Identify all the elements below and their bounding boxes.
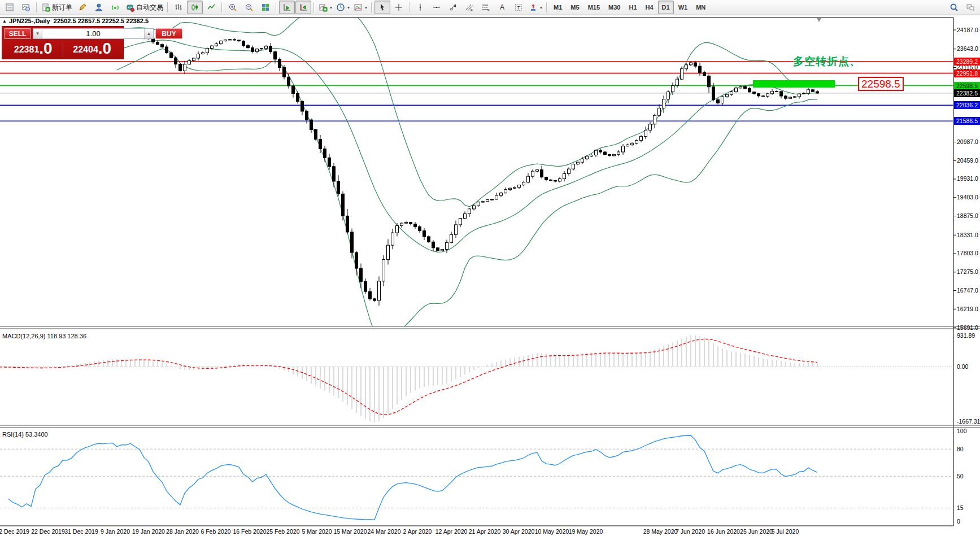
- chat-button[interactable]: [962, 1, 978, 14]
- date-label: 10 May 2020: [535, 528, 569, 535]
- templates-button[interactable]: ▾: [352, 1, 369, 14]
- metaeditor-button[interactable]: [75, 1, 90, 14]
- vertical-line-button[interactable]: [412, 1, 428, 14]
- date-label: 16 Feb 2020: [233, 528, 267, 535]
- timeframe-button-W1[interactable]: W1: [674, 1, 692, 14]
- equidistant-channel-button[interactable]: E: [461, 1, 477, 14]
- volume-increase-button[interactable]: ▲: [144, 29, 153, 38]
- timeframe-button-D1[interactable]: D1: [658, 1, 674, 14]
- timeframe-button-H1[interactable]: H1: [625, 1, 641, 14]
- date-label: 25 Jun 2020: [740, 528, 773, 535]
- price-axis-tick: 17803.0: [957, 250, 978, 256]
- price-axis-tick: 17275.0: [957, 268, 978, 275]
- chart-ohlc-header: ▲JPN225-,Daily 22502.5 22657.5 22252.5 2…: [2, 18, 149, 24]
- svg-text:A: A: [500, 3, 504, 11]
- bid-price-display: 22381.0: [4, 41, 63, 57]
- price-axis-tick: 20987.0: [957, 138, 978, 145]
- timeframe-button-MN[interactable]: MN: [692, 1, 709, 14]
- macd-axis-label: 0.00: [957, 363, 968, 370]
- price-chart[interactable]: [0, 0, 980, 536]
- volume-decrease-button[interactable]: ▼: [33, 29, 42, 38]
- toolbar-separator: [313, 2, 315, 12]
- signals-button[interactable]: [107, 1, 123, 14]
- chart-symbol-label: JPN225-,Daily: [9, 18, 50, 24]
- arrows-icon: [529, 3, 538, 12]
- line-chart-icon: [207, 3, 216, 12]
- horizontal-line-button[interactable]: [429, 1, 445, 14]
- chart-shift-button[interactable]: [295, 1, 311, 14]
- price-line-badge: 22951.8: [954, 69, 980, 77]
- trendline-button[interactable]: [445, 1, 461, 14]
- price-line-badge: 22036.2: [954, 101, 980, 109]
- price-axis-tick: 16747.0: [957, 287, 978, 294]
- arrows-button[interactable]: ▾: [527, 1, 544, 14]
- data-window-button[interactable]: [2, 1, 18, 14]
- date-label: 24 Mar 2020: [368, 528, 401, 535]
- chevron-down-icon: ▾: [330, 5, 332, 10]
- crosshair-button[interactable]: [391, 1, 407, 14]
- metaeditor-icon: [78, 3, 87, 12]
- timeframe-button-M30[interactable]: M30: [604, 1, 624, 14]
- price-axis-tick: 18875.0: [957, 212, 978, 219]
- rsi-axis-label: 0: [957, 518, 960, 525]
- price-axis-tick: 15691.0: [957, 324, 978, 331]
- timeframe-button-M5[interactable]: M5: [567, 1, 583, 14]
- candles-chart-button[interactable]: [187, 1, 203, 14]
- macd-axis-label: 931.89: [957, 332, 975, 339]
- sell-button[interactable]: SELL: [4, 28, 31, 39]
- horizontal-line-icon: [432, 3, 441, 12]
- volume-input[interactable]: [42, 29, 144, 38]
- strategy-tester-button[interactable]: [18, 1, 34, 14]
- toolbar-separator: [409, 2, 410, 12]
- toolbar-separator: [546, 2, 547, 12]
- auto-scroll-icon: [282, 3, 291, 12]
- timeframe-button-M1[interactable]: M1: [550, 1, 566, 14]
- autotrading-button[interactable]: 自动交易: [124, 1, 165, 14]
- price-callout-label[interactable]: 22598.5: [858, 77, 904, 91]
- search-button[interactable]: [946, 1, 962, 14]
- text-label-icon: T: [514, 3, 523, 12]
- equidistant-channel-icon: E: [465, 3, 474, 12]
- zoom-in-button[interactable]: [225, 1, 241, 14]
- timeframe-button-H4[interactable]: H4: [642, 1, 657, 14]
- line-chart-button[interactable]: [203, 1, 219, 14]
- auto-scroll-button[interactable]: [279, 1, 295, 14]
- buy-button[interactable]: BUY: [155, 28, 182, 39]
- autotrading-icon: [125, 3, 134, 12]
- date-label: 31 Dec 2019: [64, 528, 98, 535]
- chart-annotation-text[interactable]: 多空转折点、: [793, 54, 861, 69]
- price-axis-tick: 24187.0: [957, 27, 978, 33]
- date-label: 22 Dec 2019: [31, 528, 65, 535]
- crosshair-icon: [394, 3, 403, 12]
- price-axis-tick: 19931.0: [957, 175, 978, 182]
- cursor-button[interactable]: [374, 1, 390, 14]
- green-zone-rectangle[interactable]: [753, 80, 835, 88]
- text-label-button[interactable]: T: [511, 1, 526, 14]
- panel-collapse-arrow[interactable]: ▲: [2, 19, 7, 24]
- date-label: 19 Jan 2020: [132, 528, 165, 535]
- indicators-button[interactable]: ▾: [317, 1, 334, 14]
- market-button[interactable]: [91, 1, 107, 14]
- new-order-button[interactable]: 新订单: [40, 1, 74, 14]
- signals-icon: [111, 3, 120, 12]
- bars-chart-button[interactable]: [171, 1, 186, 14]
- bars-chart-icon: [174, 3, 183, 12]
- svg-text:F: F: [487, 8, 490, 12]
- templates-icon: [354, 3, 363, 12]
- periods-button[interactable]: ▾: [334, 1, 351, 14]
- bid-price-main: 22381: [14, 42, 40, 56]
- data-window-icon: [5, 3, 14, 12]
- tile-windows-button[interactable]: [258, 1, 273, 14]
- text-button[interactable]: A: [494, 1, 510, 14]
- rsi-axis-label: 80: [957, 446, 964, 452]
- fibonacci-icon: F: [481, 3, 490, 12]
- date-label: 2 Dec 2019: [0, 528, 29, 535]
- fibonacci-button[interactable]: F: [478, 1, 494, 14]
- new-order-icon: [41, 3, 50, 12]
- rsi-axis-label: 100: [957, 428, 967, 434]
- price-line-badge: 23289.2: [954, 58, 980, 66]
- zoom-out-button[interactable]: [241, 1, 257, 14]
- ask-price-main: 22404: [73, 42, 98, 56]
- timeframe-button-M15[interactable]: M15: [584, 1, 604, 14]
- cursor-icon: [378, 3, 387, 12]
